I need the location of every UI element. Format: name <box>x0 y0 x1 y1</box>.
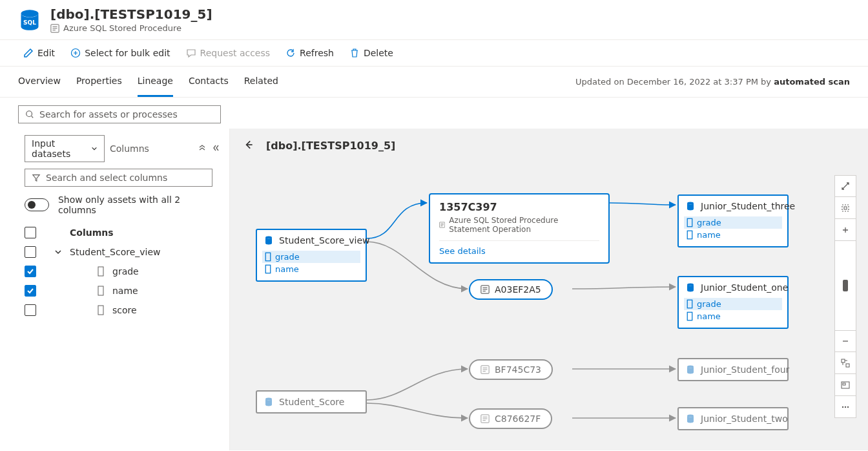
see-details-link[interactable]: See details <box>439 240 599 256</box>
collapse-left-icon[interactable] <box>211 143 219 154</box>
refresh-button[interactable]: Refresh <box>280 44 339 62</box>
layout-button[interactable] <box>834 352 856 374</box>
checkbox-view[interactable] <box>25 246 36 258</box>
node-op-bf745c73[interactable]: BF745C73 <box>469 359 553 380</box>
minimap-button[interactable] <box>834 374 856 396</box>
column-icon <box>687 230 693 240</box>
stored-proc-icon <box>480 414 490 423</box>
stored-proc-icon <box>480 285 490 294</box>
column-icon <box>687 218 693 227</box>
page-title: [dbo].[TESTSP1019_5] <box>50 6 212 22</box>
col-grade: grade <box>112 266 139 277</box>
svg-rect-6 <box>98 286 103 295</box>
svg-rect-10 <box>265 265 271 273</box>
toggle-label: Show only assets with all 2 columns <box>58 194 212 215</box>
view-name: Student_Score_view <box>70 247 161 257</box>
tab-related[interactable]: Related <box>244 67 278 97</box>
tabs: Overview Properties Lineage Contacts Rel… <box>18 67 278 97</box>
tab-overview[interactable]: Overview <box>18 67 61 97</box>
pencil-icon <box>23 48 34 58</box>
columns-header: Columns <box>70 227 114 238</box>
node-op-a03ef2a5[interactable]: A03EF2A5 <box>469 279 553 300</box>
column-icon <box>97 305 105 315</box>
svg-point-13 <box>687 202 694 205</box>
page-header: SQL [dbo].[TESTSP1019_5] Azure SQL Store… <box>0 0 868 39</box>
svg-point-0 <box>21 10 39 17</box>
tab-contacts[interactable]: Contacts <box>189 67 229 97</box>
svg-point-4 <box>26 111 32 117</box>
input-datasets-dropdown[interactable]: Input datasets <box>25 135 105 162</box>
sql-icon: SQL <box>18 8 41 32</box>
col-name: name <box>112 286 138 296</box>
svg-rect-26 <box>842 359 845 362</box>
collapse-up-icon[interactable] <box>198 143 206 154</box>
trash-icon <box>349 48 360 58</box>
svg-point-19 <box>265 398 272 401</box>
zoom-slider[interactable] <box>834 241 856 331</box>
node-student-score[interactable]: Student_Score <box>256 390 367 414</box>
col-name[interactable]: name <box>684 229 782 241</box>
node-junior-student-one[interactable]: Junior_Student_one grade name <box>677 276 789 329</box>
checkbox-name[interactable] <box>25 285 36 297</box>
chevron-down-icon[interactable] <box>54 248 62 256</box>
node-op-1357c397[interactable]: 1357C397 Azure SQL Stored Procedure Stat… <box>429 193 610 264</box>
svg-rect-29 <box>843 383 845 385</box>
toolbar: Edit Select for bulk edit Request access… <box>0 39 868 67</box>
node-junior-student-three[interactable]: Junior_Student_three grade name <box>677 194 789 247</box>
fullscreen-button[interactable] <box>834 175 856 197</box>
show-only-toggle[interactable] <box>25 198 49 211</box>
more-button[interactable] <box>834 396 856 418</box>
svg-rect-14 <box>687 218 692 227</box>
search-assets-input[interactable]: Search for assets or processes <box>18 105 221 123</box>
checkbox-columns[interactable] <box>25 227 36 238</box>
edit-button[interactable]: Edit <box>18 44 60 62</box>
svg-rect-9 <box>265 253 271 261</box>
column-icon <box>265 252 271 262</box>
node-op-c876627f[interactable]: C876627F <box>469 408 552 429</box>
column-icon <box>97 286 105 296</box>
back-button[interactable] <box>243 139 254 152</box>
svg-rect-15 <box>687 231 692 239</box>
col-score: score <box>112 305 137 315</box>
db-icon <box>685 364 696 375</box>
svg-point-23 <box>687 415 694 417</box>
tab-lineage[interactable]: Lineage <box>138 67 173 97</box>
search-icon <box>25 110 34 119</box>
svg-point-22 <box>687 366 694 368</box>
updated-info: Updated on December 16, 2022 at 3:37 PM … <box>575 77 850 87</box>
col-grade[interactable]: grade <box>684 298 782 310</box>
svg-rect-24 <box>842 205 849 211</box>
svg-rect-25 <box>844 207 847 209</box>
col-grade[interactable]: grade <box>262 251 360 263</box>
node-junior-student-four[interactable]: Junior_Student_four <box>677 358 789 381</box>
svg-rect-5 <box>98 267 103 276</box>
checkbox-grade[interactable] <box>25 266 36 277</box>
column-search-input[interactable]: Search and select columns <box>25 169 212 187</box>
stored-proc-icon <box>50 24 59 33</box>
stored-proc-icon <box>480 365 490 374</box>
comment-icon <box>186 48 196 58</box>
zoom-in-button[interactable] <box>834 219 856 241</box>
column-icon <box>687 311 693 321</box>
node-junior-student-two[interactable]: Junior_Student_two <box>677 407 789 430</box>
checkbox-score[interactable] <box>25 304 36 316</box>
zoom-out-button[interactable] <box>834 330 856 352</box>
delete-button[interactable]: Delete <box>344 44 398 62</box>
col-grade[interactable]: grade <box>684 216 782 229</box>
column-icon <box>687 299 693 309</box>
col-name[interactable]: name <box>262 263 360 275</box>
filter-icon <box>32 173 41 182</box>
db-icon <box>685 414 696 424</box>
svg-point-8 <box>265 236 272 239</box>
db-icon <box>264 397 274 407</box>
stored-proc-icon <box>439 221 445 229</box>
col-name[interactable]: name <box>684 310 782 322</box>
bulk-edit-button[interactable]: Select for bulk edit <box>65 44 175 62</box>
tab-properties[interactable]: Properties <box>76 67 122 97</box>
chevron-down-icon <box>91 145 98 152</box>
canvas-title: [dbo].[TESTSP1019_5] <box>266 140 395 152</box>
lineage-canvas[interactable]: [dbo].[TESTSP1019_5] <box>230 129 868 450</box>
node-student-score-view[interactable]: Student_Score_view grade name <box>256 229 367 282</box>
svg-text:SQL: SQL <box>23 19 36 25</box>
fit-button[interactable] <box>834 197 856 219</box>
